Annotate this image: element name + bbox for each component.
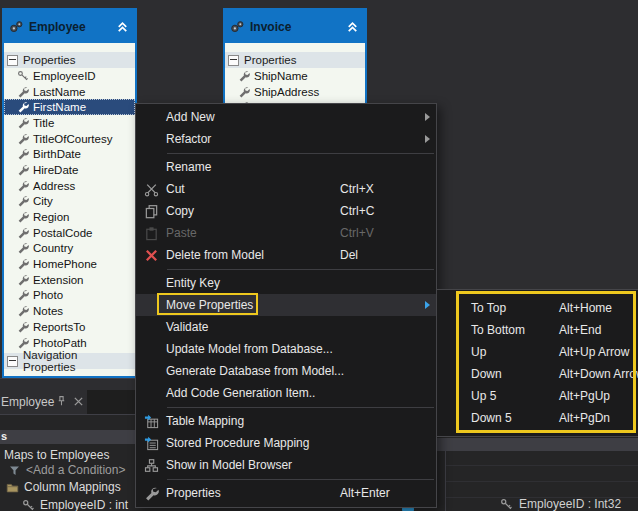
collapse-expander-icon[interactable]: [7, 356, 18, 367]
delete-icon: [144, 248, 159, 263]
maps-to-employees-row[interactable]: Maps to Employees: [4, 448, 109, 462]
menu-item-entity-key[interactable]: Entity Key: [136, 272, 436, 294]
property-label: PostalCode: [33, 227, 92, 239]
property-row-notes[interactable]: Notes: [4, 303, 135, 319]
clipped-text: s: [1, 430, 7, 442]
collapse-chevron-icon[interactable]: [115, 19, 130, 34]
property-row-reportsto[interactable]: ReportsTo: [4, 319, 135, 335]
scissors-icon: [144, 182, 159, 197]
property-label: Title: [33, 117, 54, 129]
menu-item-delete-from-model[interactable]: Delete from ModelDel: [136, 244, 436, 266]
property-row-lastname[interactable]: LastName: [4, 84, 135, 100]
property-row-city[interactable]: City: [4, 194, 135, 210]
property-label: ShipAddress: [254, 86, 319, 98]
section-label: Properties: [244, 54, 296, 66]
property-row-birthdate[interactable]: BirthDate: [4, 146, 135, 162]
move-properties-submenu: To TopAlt+Home To BottomAlt+End UpAlt+Up…: [436, 289, 638, 437]
submenu-item-up-5[interactable]: Up 5Alt+PgUp: [437, 385, 638, 407]
wrench-icon: [17, 305, 29, 317]
property-row-postalcode[interactable]: PostalCode: [4, 225, 135, 241]
menu-item-properties[interactable]: PropertiesAlt+Enter: [136, 482, 436, 504]
table-mapping-icon: [144, 414, 159, 429]
property-row-homephone[interactable]: HomePhone: [4, 256, 135, 272]
submenu-item-down-5[interactable]: Down 5Alt+PgDn: [437, 407, 638, 429]
invoice-properties-section[interactable]: Properties: [225, 52, 365, 68]
add-condition-row[interactable]: <Add a Condition>: [8, 463, 125, 477]
close-icon[interactable]: [72, 395, 85, 408]
property-row-employeeid[interactable]: EmployeeID: [4, 68, 135, 84]
menu-item-generate-database[interactable]: Generate Database from Model...: [136, 360, 436, 382]
collapse-expander-icon[interactable]: [7, 55, 18, 66]
menu-item-copy[interactable]: CopyCtrl+C: [136, 200, 436, 222]
menu-label: Copy: [166, 204, 340, 218]
menu-item-cut[interactable]: CutCtrl+X: [136, 178, 436, 200]
property-row-hiredate[interactable]: HireDate: [4, 162, 135, 178]
menu-item-add-new[interactable]: Add New: [136, 106, 436, 128]
property-label: Region: [33, 211, 69, 223]
menu-separator: [167, 153, 434, 154]
property-row-address[interactable]: Address: [4, 178, 135, 194]
row-divider: [446, 465, 638, 466]
submenu-item-down[interactable]: DownAlt+Down Arrow: [437, 363, 638, 385]
menu-item-paste: PasteCtrl+V: [136, 222, 436, 244]
menu-label: Add Code Generation Item..: [166, 386, 340, 400]
property-label: LastName: [33, 86, 85, 98]
property-row-extension[interactable]: Extension: [4, 272, 135, 288]
menu-separator: [167, 407, 434, 408]
property-label: ShipName: [254, 70, 308, 82]
property-row-photopath[interactable]: PhotoPath: [4, 335, 135, 351]
property-row-title[interactable]: Title: [4, 115, 135, 131]
menu-label: Properties: [166, 486, 340, 500]
property-row-shipaddress[interactable]: ShipAddress: [225, 84, 365, 100]
menu-item-validate[interactable]: Validate: [136, 316, 436, 338]
employeeid-column-row[interactable]: EmployeeID : int: [22, 498, 128, 511]
menu-item-table-mapping[interactable]: Table Mapping: [136, 410, 436, 432]
property-label: HomePhone: [33, 258, 97, 270]
property-row-firstname[interactable]: FirstName: [4, 99, 135, 115]
row-label: Column Mappings: [24, 480, 121, 494]
wrench-icon: [17, 117, 29, 129]
property-row-photo[interactable]: Photo: [4, 288, 135, 304]
submenu-item-to-top[interactable]: To TopAlt+Home: [437, 297, 638, 319]
stored-procedure-mapping-icon: [144, 436, 159, 451]
employee-entity-header[interactable]: Employee: [4, 10, 135, 43]
property-row-region[interactable]: Region: [4, 209, 135, 225]
wrench-icon: [17, 337, 29, 349]
wrench-icon: [238, 86, 250, 98]
menu-item-show-in-model-browser[interactable]: Show in Model Browser: [136, 454, 436, 476]
employee-navigation-section[interactable]: Navigation Properties: [4, 353, 135, 369]
column-mappings-row[interactable]: Column Mappings: [6, 480, 121, 494]
employeeid-value-cell[interactable]: EmployeeID : Int32: [500, 497, 621, 511]
context-menu: Add New Refactor Rename CutCtrl+X CopyCt…: [135, 103, 437, 508]
copy-icon: [144, 204, 159, 219]
property-row-shipname[interactable]: ShipName: [225, 68, 365, 84]
submenu-shortcut: Alt+PgDn: [559, 411, 610, 425]
employee-properties-section[interactable]: Properties: [4, 52, 135, 68]
property-row-titleofcourtesy[interactable]: TitleOfCourtesy: [4, 131, 135, 147]
wrench-icon: [17, 227, 29, 239]
employee-entity-box[interactable]: Employee Properties EmployeeID LastName …: [2, 8, 137, 378]
menu-item-move-properties[interactable]: Move Properties: [136, 294, 436, 316]
menu-item-update-model[interactable]: Update Model from Database...: [136, 338, 436, 360]
property-label: Extension: [33, 274, 84, 286]
menu-item-add-code-generation[interactable]: Add Code Generation Item..: [136, 382, 436, 404]
collapse-expander-icon[interactable]: [228, 55, 239, 66]
auto-hide-pin-icon[interactable]: [55, 395, 68, 408]
wrench-icon: [144, 486, 159, 501]
wrench-icon: [17, 148, 29, 160]
property-row-country[interactable]: Country: [4, 241, 135, 257]
submenu-shortcut: Alt+Down Arrow: [559, 367, 638, 381]
invoice-entity-header[interactable]: Invoice: [225, 10, 365, 43]
menu-item-stored-procedure-mapping[interactable]: Stored Procedure Mapping: [136, 432, 436, 454]
property-label: Country: [33, 242, 73, 254]
property-label: BirthDate: [33, 148, 81, 160]
menu-label: Update Model from Database...: [166, 342, 340, 356]
model-browser-icon: [144, 458, 159, 473]
submenu-item-up[interactable]: UpAlt+Up Arrow: [437, 341, 638, 363]
menu-item-refactor[interactable]: Refactor: [136, 128, 436, 150]
submenu-shortcut: Alt+Home: [559, 301, 612, 315]
key-icon: [17, 70, 29, 82]
submenu-item-to-bottom[interactable]: To BottomAlt+End: [437, 319, 638, 341]
menu-item-rename[interactable]: Rename: [136, 156, 436, 178]
collapse-chevron-icon[interactable]: [345, 19, 360, 34]
